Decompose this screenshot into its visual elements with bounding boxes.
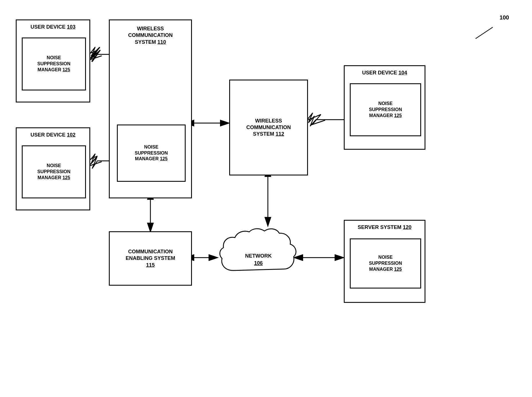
network-cloud: NETWORK 106 — [216, 225, 301, 291]
svg-text:106: 106 — [254, 260, 263, 266]
network-cloud-svg: NETWORK 106 — [216, 225, 301, 291]
wcs-112-title: WIRELESSCOMMUNICATIONSYSTEM 112 — [230, 117, 307, 137]
comm-enabling-title: COMMUNICATIONENABLING SYSTEM115 — [125, 248, 175, 268]
wcs-112-box: WIRELESSCOMMUNICATIONSYSTEM 112 — [229, 80, 308, 175]
svg-text:NETWORK: NETWORK — [245, 253, 272, 259]
user-device-102-box: USER DEVICE 102 NOISESUPPRESSIONMANAGER … — [16, 127, 90, 210]
user-device-103-title: USER DEVICE 103 — [17, 24, 89, 30]
user-device-104-title: USER DEVICE 104 — [345, 70, 425, 76]
noise-suppression-104-title: NOISESUPPRESSIONMANAGER 125 — [369, 101, 402, 118]
comm-enabling-box: COMMUNICATIONENABLING SYSTEM115 — [109, 231, 192, 286]
noise-suppression-104-box: NOISESUPPRESSIONMANAGER 125 — [350, 83, 421, 136]
user-device-102-title: USER DEVICE 102 — [17, 132, 89, 138]
noise-suppression-server-box: NOISESUPPRESSIONMANAGER 125 — [350, 238, 421, 289]
noise-suppression-102-box: NOISESUPPRESSIONMANAGER 125 — [22, 145, 86, 198]
wcs-110-title: WIRELESSCOMMUNICATIONSYSTEM 110 — [110, 25, 191, 46]
user-device-103-box: USER DEVICE 103 NOISESUPPRESSIONMANAGER … — [16, 19, 90, 102]
wcs-110-box: WIRELESSCOMMUNICATIONSYSTEM 110 NOISESUP… — [109, 19, 192, 198]
noise-suppression-103-title: NOISESUPPRESSIONMANAGER 125 — [37, 55, 70, 73]
noise-suppression-103-box: NOISESUPPRESSIONMANAGER 125 — [22, 37, 86, 90]
svg-line-2 — [476, 27, 493, 39]
noise-suppression-110-title: NOISESUPPRESSIONMANAGER 125 — [135, 144, 168, 162]
user-device-104-box: USER DEVICE 104 NOISESUPPRESSIONMANAGER … — [344, 65, 425, 150]
server-system-box: SERVER SYSTEM 120 NOISESUPPRESSIONMANAGE… — [344, 220, 425, 303]
noise-suppression-server-title: NOISESUPPRESSIONMANAGER 125 — [369, 254, 402, 272]
diagram-container: 100 — [0, 0, 532, 397]
noise-suppression-110-box: NOISESUPPRESSIONMANAGER 125 — [117, 125, 186, 182]
noise-suppression-102-title: NOISESUPPRESSIONMANAGER 125 — [37, 163, 70, 181]
ref-100: 100 — [500, 14, 509, 21]
server-system-title: SERVER SYSTEM 120 — [345, 224, 425, 231]
